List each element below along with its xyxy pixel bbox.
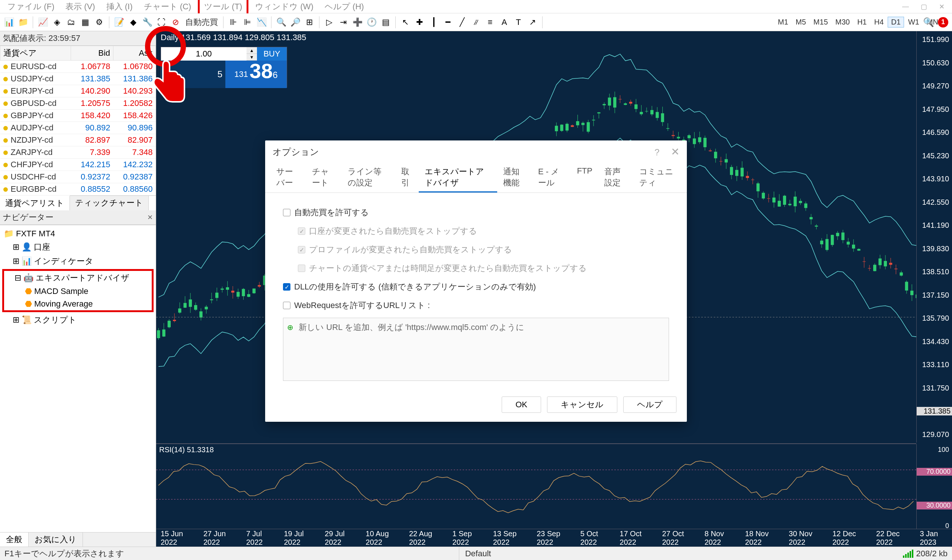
new-order-icon[interactable]: 📝 — [113, 16, 125, 28]
indicators-icon[interactable]: ➕ — [351, 16, 363, 28]
market-watch-row[interactable]: CHFJPY-cd142.215142.232 — [0, 159, 156, 171]
text-label-icon[interactable]: T — [512, 16, 524, 28]
checkbox-icon[interactable] — [283, 209, 291, 216]
tf-m5[interactable]: M5 — [793, 17, 810, 28]
dialog-tab-3[interactable]: 取引 — [395, 163, 419, 193]
menu-view[interactable]: 表示 (V) — [61, 0, 99, 14]
autotrading-label[interactable]: 自動売買 — [184, 17, 219, 28]
market-watch-row[interactable]: GBPUSD-cd1.205751.20582 — [0, 97, 156, 110]
dialog-tab-4[interactable]: エキスパートアドバイザ — [419, 163, 497, 193]
dialog-tab-7[interactable]: FTP — [571, 163, 598, 193]
line-chart-icon[interactable]: 📉 — [255, 16, 267, 28]
collapse-icon[interactable]: ⊟ — [14, 273, 21, 283]
col-bid[interactable]: Bid — [71, 46, 113, 60]
nav-accounts[interactable]: ⊞ 👤 口座 — [2, 240, 154, 254]
status-profile[interactable]: Default — [459, 547, 497, 560]
dialog-tab-5[interactable]: 通知機能 — [497, 163, 532, 193]
menu-file[interactable]: ファイル (F) — [3, 0, 59, 14]
crosshair-icon[interactable]: ✚ — [414, 16, 425, 28]
new-chart-icon[interactable]: 📊 — [3, 16, 15, 28]
market-watch-row[interactable]: AUDJPY-cd90.89290.896 — [0, 122, 156, 134]
opt-allow-webrequest[interactable]: WebRequestを許可するURLリスト : — [283, 296, 669, 315]
minimize-icon[interactable]: — — [898, 1, 913, 12]
nav-root[interactable]: 📁 FXTF MT4 — [2, 227, 154, 240]
dialog-tab-0[interactable]: サーバー — [270, 163, 306, 193]
add-url-icon[interactable]: ⊕ — [287, 323, 294, 332]
cursor-icon[interactable]: ↖ — [399, 16, 411, 28]
templates-icon[interactable]: ▤ — [380, 16, 392, 28]
market-watch-row[interactable]: EURUSD-cd1.067781.06780 — [0, 60, 156, 73]
ok-button[interactable]: OK — [502, 396, 541, 413]
maximize-icon[interactable]: ▢ — [916, 1, 932, 12]
tab-tick-chart[interactable]: ティックチャート — [70, 196, 149, 210]
tf-m30[interactable]: M30 — [832, 17, 853, 28]
dialog-tab-9[interactable]: コミュニティ — [633, 163, 682, 193]
tab-symbols[interactable]: 通貨ペアリスト — [0, 196, 70, 210]
market-watch-row[interactable]: EURJPY-cd140.290140.293 — [0, 85, 156, 97]
nav-ea-macd[interactable]: ⬣ MACD Sample — [4, 285, 152, 298]
vline-icon[interactable]: ┃ — [428, 16, 440, 28]
expand-icon[interactable]: ⊞ — [12, 315, 19, 325]
expand-icon[interactable]: ⊞ — [12, 256, 19, 266]
dialog-tab-6[interactable]: E - メール — [532, 163, 571, 193]
market-watch-row[interactable]: ZARJPY-cd7.3397.348 — [0, 147, 156, 159]
tf-h1[interactable]: H1 — [854, 17, 870, 28]
search-icon[interactable]: 🔍 — [923, 17, 934, 28]
opt-allow-dll[interactable]: ✓ DLLの使用を許可する (信頼できるアプリケーションのみで有効) — [283, 278, 669, 296]
profiles-icon[interactable]: 📁 — [17, 16, 29, 28]
trendline-icon[interactable]: ╱ — [456, 16, 468, 28]
periodicity-icon[interactable]: 🕐 — [366, 16, 377, 28]
nav-scripts[interactable]: ⊞ 📜 スクリプト — [2, 313, 154, 327]
cancel-button[interactable]: キャンセル — [547, 396, 617, 413]
tile-icon[interactable]: ⊞ — [303, 16, 315, 28]
strategy-tester-icon[interactable]: ⚙ — [93, 16, 105, 28]
menu-window[interactable]: ウィンドウ (W) — [250, 0, 318, 14]
tf-h4[interactable]: H4 — [871, 17, 887, 28]
dialog-help-icon[interactable]: ? — [654, 147, 659, 157]
autoscroll-icon[interactable]: ⇥ — [337, 16, 349, 28]
market-watch-row[interactable]: NZDJPY-cd82.89782.907 — [0, 134, 156, 147]
candle-chart-icon[interactable]: ⊫ — [241, 16, 253, 28]
lot-spinner[interactable]: ▲▼ — [247, 47, 257, 60]
opt-allow-autotrading[interactable]: 自動売買を許可する — [283, 203, 669, 222]
col-symbol[interactable]: 通貨ペア — [0, 46, 71, 60]
terminal-icon[interactable]: ▦ — [79, 16, 91, 28]
nav-ea-ma[interactable]: ⬣ Moving Average — [4, 298, 152, 310]
market-watch-row[interactable]: EURGBP-cd0.885520.88560 — [0, 183, 156, 196]
buy-button[interactable]: 131 38 6 — [226, 60, 287, 88]
dialog-close-icon[interactable]: ✕ — [671, 146, 679, 157]
data-window-icon[interactable]: ◈ — [51, 16, 63, 28]
tf-w1[interactable]: W1 — [905, 17, 923, 28]
expand-icon[interactable]: ⊞ — [12, 242, 19, 252]
fibo-icon[interactable]: ≡ — [484, 16, 496, 28]
tf-m15[interactable]: M15 — [810, 17, 831, 28]
tf-d1[interactable]: D1 — [888, 17, 904, 28]
navigator-close-icon[interactable]: ✕ — [147, 213, 153, 222]
zoom-out-icon[interactable]: 🔎 — [289, 16, 301, 28]
nav-tab-common[interactable]: 全般 — [0, 532, 29, 547]
bar-chart-icon[interactable]: ⊪ — [227, 16, 239, 28]
menu-insert[interactable]: 挿入 (I) — [102, 0, 137, 14]
checkbox-icon[interactable] — [283, 302, 291, 309]
url-list-box[interactable]: ⊕ 新しい URL を追加、例えば 'https://www.mql5.com'… — [283, 318, 669, 381]
hline-icon[interactable]: ━ — [442, 16, 454, 28]
market-watch-icon[interactable]: 📈 — [37, 16, 49, 28]
checkbox-icon[interactable]: ✓ — [283, 283, 291, 291]
alert-badge[interactable]: 1 — [938, 17, 948, 28]
dialog-tab-8[interactable]: 音声設定 — [598, 163, 633, 193]
market-watch-row[interactable]: GBPJPY-cd158.420158.426 — [0, 110, 156, 122]
connection-status[interactable]: 208/2 kb — [903, 549, 947, 558]
channel-icon[interactable]: ⫽ — [470, 16, 482, 28]
shift-icon[interactable]: ▷ — [323, 16, 335, 28]
market-watch-row[interactable]: USDJPY-cd131.385131.386 — [0, 73, 156, 85]
text-icon[interactable]: A — [498, 16, 510, 28]
market-watch-row[interactable]: USDCHF-cd0.923720.92387 — [0, 171, 156, 183]
dialog-tab-1[interactable]: チャート — [306, 163, 342, 193]
menu-chart[interactable]: チャート (C) — [139, 0, 196, 14]
menu-help[interactable]: ヘルプ (H) — [320, 0, 369, 14]
nav-tab-favorites[interactable]: お気に入り — [29, 532, 83, 547]
dialog-tab-2[interactable]: ライン等の設定 — [342, 163, 395, 193]
help-button[interactable]: ヘルプ — [623, 396, 677, 413]
navigator-icon[interactable]: 🗂 — [65, 16, 77, 28]
tf-m1[interactable]: M1 — [774, 17, 792, 28]
